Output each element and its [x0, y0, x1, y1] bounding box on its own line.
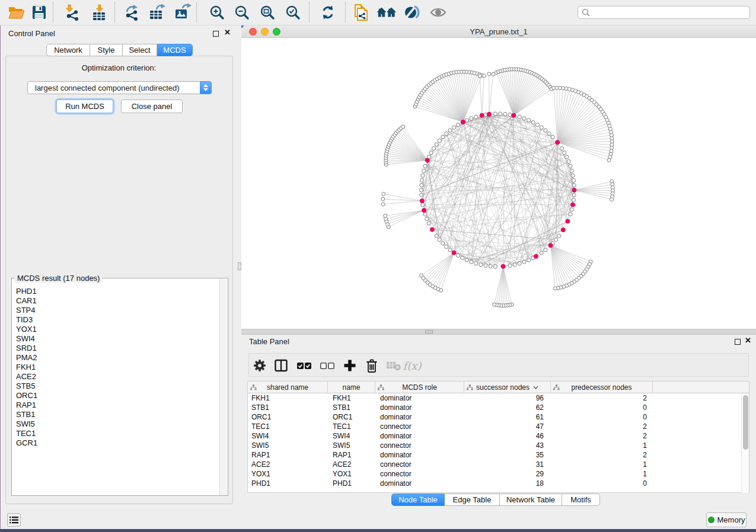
- refresh-icon[interactable]: [318, 3, 337, 22]
- table-row[interactable]: ORC1ORC1dominator610: [248, 412, 749, 422]
- tab-network[interactable]: Network: [46, 44, 90, 56]
- zoom-selected-icon[interactable]: [283, 3, 302, 22]
- network-graph-canvas[interactable]: [241, 38, 756, 329]
- add-icon[interactable]: [340, 356, 359, 375]
- table-row[interactable]: YOX1YOX1connector291: [248, 469, 749, 479]
- mcds-result-item[interactable]: SWI5: [12, 419, 219, 429]
- zoom-fit-icon[interactable]: [258, 3, 277, 22]
- mcds-result-item[interactable]: RAP1: [12, 400, 219, 410]
- mcds-result-item[interactable]: STB1: [12, 410, 219, 419]
- import-network-icon[interactable]: [63, 3, 82, 22]
- tab-select[interactable]: Select: [123, 44, 157, 56]
- import-table-icon[interactable]: [90, 3, 109, 22]
- cell-MCDS-role: dominator: [375, 403, 464, 412]
- control-panel: Control Panel ✕ NetworkStyleSelectMCDS O…: [1, 25, 237, 508]
- node-table: shared namenameMCDS rolesuccessor nodesp…: [247, 381, 749, 493]
- mcds-result-item[interactable]: TEC1: [12, 429, 219, 438]
- mcds-result-item[interactable]: SRD1: [12, 344, 219, 353]
- unselect-all-icon[interactable]: [318, 356, 337, 375]
- mcds-result-item[interactable]: STB5: [12, 382, 219, 391]
- vertical-splitter-handle[interactable]: [238, 262, 241, 270]
- column-header-successor-nodes[interactable]: successor nodes: [464, 382, 551, 393]
- table-toolbar: f(x): [248, 353, 749, 377]
- column-header-name[interactable]: name: [328, 382, 375, 393]
- search-icon: [582, 8, 591, 17]
- cell-predecessor-nodes: 2: [551, 450, 653, 460]
- horizontal-splitter[interactable]: [241, 329, 756, 335]
- save-icon[interactable]: [30, 3, 49, 22]
- mcds-result-item[interactable]: YOX1: [12, 325, 219, 334]
- control-panel-close-icon[interactable]: ✕: [224, 28, 231, 37]
- cell-predecessor-nodes: 2: [551, 431, 653, 441]
- tab-motifs[interactable]: Motifs: [562, 493, 600, 506]
- export-network-icon[interactable]: [123, 3, 142, 22]
- run-mcds-button[interactable]: Run MCDS: [56, 100, 113, 113]
- mcds-list-scrollbar[interactable]: [219, 279, 227, 495]
- network-view-panel: YPA_prune.txt_1: [241, 25, 756, 329]
- column-header-predecessor-nodes[interactable]: predecessor nodes: [551, 382, 653, 393]
- table-panel-float-icon[interactable]: [735, 339, 741, 345]
- mcds-result-item[interactable]: PHD1: [12, 287, 219, 296]
- window-left-border: [0, 25, 1, 529]
- table-row[interactable]: SWI4SWI4dominator462: [248, 431, 749, 441]
- vertical-splitter[interactable]: [237, 25, 241, 508]
- tab-network-table[interactable]: Network Table: [500, 493, 562, 506]
- new-network-from-file-icon[interactable]: [352, 3, 371, 22]
- export-table-icon[interactable]: [148, 3, 167, 22]
- show-graphics-details-icon[interactable]: [429, 3, 448, 22]
- table-panel-close-icon[interactable]: ✕: [745, 336, 751, 345]
- cell-predecessor-nodes: 1: [551, 460, 653, 469]
- cell-name: FKH1: [328, 393, 375, 403]
- delete-icon[interactable]: [362, 356, 381, 375]
- mcds-result-item[interactable]: PMA2: [12, 353, 219, 363]
- search-input[interactable]: [578, 6, 750, 19]
- mcds-result-item[interactable]: ACE2: [12, 372, 219, 382]
- tab-edge-table[interactable]: Edge Table: [445, 493, 500, 506]
- mcds-result-item[interactable]: CAR1: [12, 296, 219, 306]
- task-history-button[interactable]: [7, 513, 21, 527]
- table-row[interactable]: RAP1RAP1dominator352: [248, 450, 749, 460]
- mcds-result-item[interactable]: SWI4: [12, 334, 219, 344]
- zoom-in-icon[interactable]: [208, 3, 227, 22]
- mcds-result-item[interactable]: FKH1: [12, 363, 219, 372]
- mcds-result-item[interactable]: GCR1: [12, 438, 219, 448]
- network-window-titlebar[interactable]: YPA_prune.txt_1: [241, 25, 756, 38]
- table-row[interactable]: ACE2ACE2connector311: [248, 460, 749, 469]
- table-settings-icon[interactable]: [250, 356, 269, 375]
- tab-mcds[interactable]: MCDS: [157, 44, 193, 56]
- home-icon[interactable]: [377, 3, 396, 22]
- horizontal-splitter-handle[interactable]: [425, 330, 433, 334]
- table-row[interactable]: SWI5SWI5connector431: [248, 441, 749, 450]
- function-builder-icon[interactable]: f(x): [403, 356, 422, 375]
- zoom-out-icon[interactable]: [232, 3, 251, 22]
- mcds-result-item[interactable]: TID3: [12, 315, 219, 325]
- column-header-shared-name[interactable]: shared name: [248, 382, 328, 393]
- control-panel-float-icon[interactable]: [213, 31, 219, 37]
- criterion-select[interactable]: largest connected component (undirected): [27, 81, 212, 94]
- export-image-icon[interactable]: [173, 3, 192, 22]
- delete-table-icon[interactable]: [384, 356, 403, 375]
- cell-shared-name: ACE2: [248, 460, 328, 469]
- mcds-result-item[interactable]: STP4: [12, 306, 219, 315]
- table-scrollbar[interactable]: [741, 394, 749, 493]
- cell-successor-nodes: 47: [464, 422, 551, 431]
- column-header-MCDS-role[interactable]: MCDS role: [375, 382, 464, 393]
- table-row[interactable]: TEC1TEC1connector472: [248, 422, 749, 431]
- desktop-background-strip: [0, 529, 756, 532]
- close-panel-button[interactable]: Close panel: [121, 100, 183, 113]
- table-scrollbar-thumb[interactable]: [743, 395, 748, 450]
- memory-button[interactable]: Memory: [706, 512, 747, 527]
- show-column-icon[interactable]: [272, 356, 291, 375]
- tab-node-table[interactable]: Node Table: [391, 493, 445, 506]
- mcds-result-box: MCDS result (17 nodes) PHD1CAR1STP4TID3Y…: [11, 278, 228, 496]
- cell-name: ACE2: [328, 460, 375, 469]
- table-row[interactable]: STB1STB1dominator620: [248, 403, 749, 412]
- table-row[interactable]: PHD1PHD1dominator180: [248, 479, 749, 488]
- hide-graphics-details-icon[interactable]: [403, 3, 422, 22]
- table-row[interactable]: FKH1FKH1dominator962: [248, 393, 749, 403]
- mcds-result-item[interactable]: ORC1: [12, 391, 219, 400]
- tab-style[interactable]: Style: [90, 44, 123, 56]
- cell-name: PHD1: [328, 479, 375, 488]
- select-all-icon[interactable]: [295, 356, 314, 375]
- open-file-icon[interactable]: [7, 3, 25, 22]
